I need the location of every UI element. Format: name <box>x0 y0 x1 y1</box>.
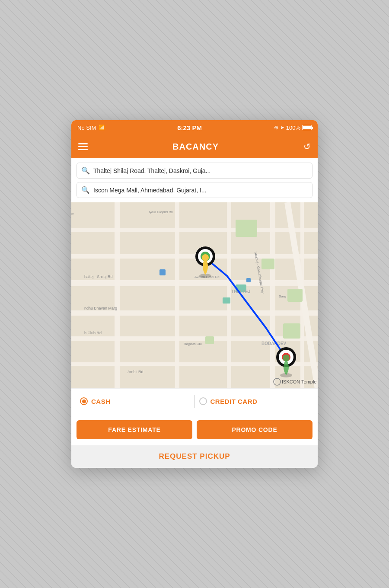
action-buttons-row: FARE ESTIMATE PROMO CODE <box>71 414 318 445</box>
svg-rect-2 <box>71 310 318 316</box>
app-title: BACANCY <box>172 142 219 152</box>
cash-label: CASH <box>91 398 111 405</box>
request-pickup-section: REQUEST PICKUP <box>71 445 318 468</box>
cash-payment-option[interactable]: CASH <box>80 397 190 405</box>
svg-rect-3 <box>71 336 318 341</box>
cash-radio[interactable] <box>80 397 88 405</box>
navigation-icon: ➤ <box>280 125 284 131</box>
app-bar: BACANCY ↺ <box>71 135 318 158</box>
svg-rect-19 <box>246 278 251 282</box>
svg-text:ISKCON Temple: ISKCON Temple <box>282 379 317 384</box>
status-bar: No SIM 📶 6:23 PM ⊕ ➤ 100% <box>71 120 318 135</box>
svg-rect-1 <box>71 280 318 286</box>
svg-point-38 <box>202 254 209 261</box>
credit-card-payment-option[interactable]: CREDIT CARD <box>199 397 309 405</box>
to-input[interactable]: Iscon Mega Mall, Ahmedabad, Gujarat, I..… <box>93 187 206 194</box>
cash-radio-dot <box>82 399 86 403</box>
wifi-icon: 📶 <box>99 125 105 131</box>
credit-card-radio[interactable] <box>199 397 207 405</box>
refresh-button[interactable]: ↺ <box>303 141 311 152</box>
battery-percent: 100% <box>286 125 300 131</box>
phone-frame: No SIM 📶 6:23 PM ⊕ ➤ 100% BACANCY ↺ 🔍 Th… <box>71 120 318 468</box>
location-icon: ⊕ <box>274 125 278 131</box>
svg-text:haltej - Shilaj Rd: haltej - Shilaj Rd <box>84 275 113 279</box>
status-right: ⊕ ➤ 100% <box>274 125 312 131</box>
battery-icon <box>302 125 312 130</box>
map-area: haltej - Shilaj Rd ndhu Bhavan Marg h Cl… <box>71 202 318 388</box>
promo-code-button[interactable]: PROMO CODE <box>197 420 312 439</box>
search-from-icon: 🔍 <box>81 166 90 175</box>
payment-divider <box>194 395 195 408</box>
svg-rect-15 <box>287 289 303 302</box>
svg-text:Ambli Rd: Ambli Rd <box>128 370 143 374</box>
svg-point-43 <box>283 355 290 361</box>
svg-text:Rajpath Clu: Rajpath Clu <box>184 342 202 346</box>
svg-text:h Club Rd: h Club Rd <box>84 331 102 335</box>
svg-rect-21 <box>223 297 230 304</box>
credit-card-label: CREDIT CARD <box>210 398 258 405</box>
svg-rect-7 <box>115 202 120 388</box>
svg-rect-18 <box>159 269 166 275</box>
from-input[interactable]: Thaltej Shilaj Road, Thaltej, Daskroi, G… <box>93 167 210 174</box>
from-search-box[interactable]: 🔍 Thaltej Shilaj Road, Thaltej, Daskroi,… <box>77 163 312 179</box>
svg-rect-17 <box>205 336 214 344</box>
svg-rect-10 <box>270 202 275 388</box>
request-pickup-button[interactable]: REQUEST PICKUP <box>78 452 311 461</box>
svg-rect-6 <box>71 228 318 232</box>
hamburger-menu-button[interactable] <box>78 143 88 150</box>
payment-section: CASH CREDIT CARD <box>71 388 318 414</box>
svg-rect-5 <box>71 254 318 259</box>
svg-text:R: R <box>71 212 74 216</box>
svg-text:ndhu Bhavan Marg: ndhu Bhavan Marg <box>84 306 117 310</box>
search-to-icon: 🔍 <box>81 186 90 194</box>
svg-text:BODAKDEV: BODAKDEV <box>261 341 287 346</box>
fare-estimate-button[interactable]: FARE ESTIMATE <box>77 420 192 439</box>
svg-text:lydus Hospital Rd: lydus Hospital Rd <box>149 211 173 214</box>
svg-rect-16 <box>283 323 300 339</box>
svg-text:Sarg: Sarg <box>279 294 286 298</box>
to-search-box[interactable]: 🔍 Iscon Mega Mall, Ahmedabad, Gujarat, I… <box>77 182 312 198</box>
time-display: 6:23 PM <box>177 124 202 131</box>
no-sim-text: No SIM <box>77 125 96 131</box>
svg-rect-14 <box>261 259 274 269</box>
svg-rect-8 <box>175 202 179 388</box>
svg-rect-13 <box>236 220 257 237</box>
svg-rect-9 <box>227 202 231 388</box>
search-section: 🔍 Thaltej Shilaj Road, Thaltej, Daskroi,… <box>71 158 318 202</box>
status-left: No SIM 📶 <box>77 125 105 131</box>
